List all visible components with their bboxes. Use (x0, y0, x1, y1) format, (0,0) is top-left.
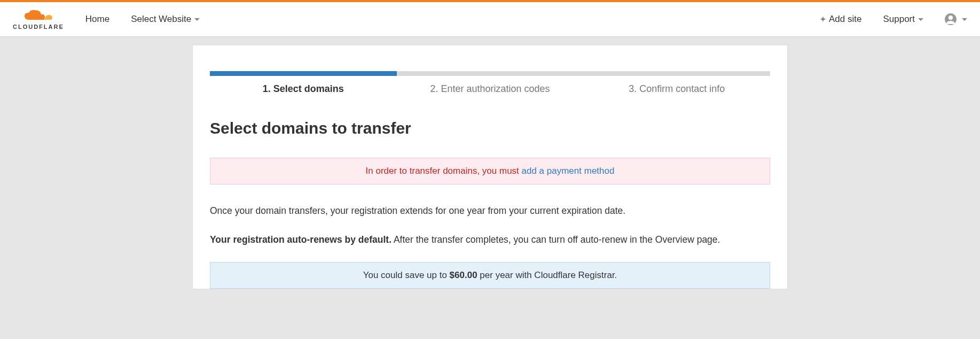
savings-callout: You could save up to $60.00 per year wit… (210, 262, 770, 289)
info-paragraph-1: Once your domain transfers, your registr… (210, 204, 770, 218)
cloudflare-logo[interactable]: CLOUDFLARE (13, 9, 64, 30)
nav-select-website[interactable]: Select Website (131, 14, 200, 25)
nav-home-label: Home (85, 14, 109, 25)
progress-bar (210, 71, 770, 76)
avatar-icon (945, 13, 957, 25)
support-menu[interactable]: Support (883, 14, 923, 25)
add-site-label: Add site (829, 14, 861, 25)
cloud-icon (23, 9, 53, 23)
plus-icon: + (820, 14, 826, 25)
alert-text-prefix: In order to transfer domains, you must (366, 166, 522, 176)
info-paragraph-2: Your registration auto-renews by default… (210, 233, 770, 246)
chevron-down-icon (194, 18, 200, 21)
page-title: Select domains to transfer (210, 119, 770, 137)
account-menu[interactable] (945, 13, 967, 25)
nav-select-website-label: Select Website (131, 14, 191, 25)
payment-method-alert: In order to transfer domains, you must a… (210, 158, 770, 184)
chevron-down-icon (918, 18, 923, 21)
savings-amount: $60.00 (450, 270, 477, 280)
brand-text: CLOUDFLARE (13, 24, 64, 30)
add-site-button[interactable]: + Add site (820, 14, 861, 25)
svg-point-1 (948, 16, 953, 20)
step-2-label[interactable]: 2. Enter authorization codes (397, 83, 584, 95)
step-3-label[interactable]: 3. Confirm contact info (583, 83, 770, 95)
main-card: 1. Select domains 2. Enter authorization… (192, 45, 788, 289)
navbar: CLOUDFLARE Home Select Website + Add sit… (0, 2, 980, 37)
support-label: Support (883, 14, 915, 25)
step-1-label[interactable]: 1. Select domains (210, 83, 397, 95)
nav-home[interactable]: Home (85, 14, 109, 25)
chevron-down-icon (962, 18, 967, 21)
auto-renew-rest: After the transfer completes, you can tu… (391, 234, 720, 245)
step-labels: 1. Select domains 2. Enter authorization… (210, 83, 770, 95)
savings-prefix: You could save up to (363, 270, 450, 280)
progress-fill (210, 71, 397, 76)
savings-suffix: per year with Cloudflare Registrar. (477, 270, 617, 280)
auto-renew-bold: Your registration auto-renews by default… (210, 234, 391, 245)
add-payment-method-link[interactable]: add a payment method (522, 166, 615, 176)
